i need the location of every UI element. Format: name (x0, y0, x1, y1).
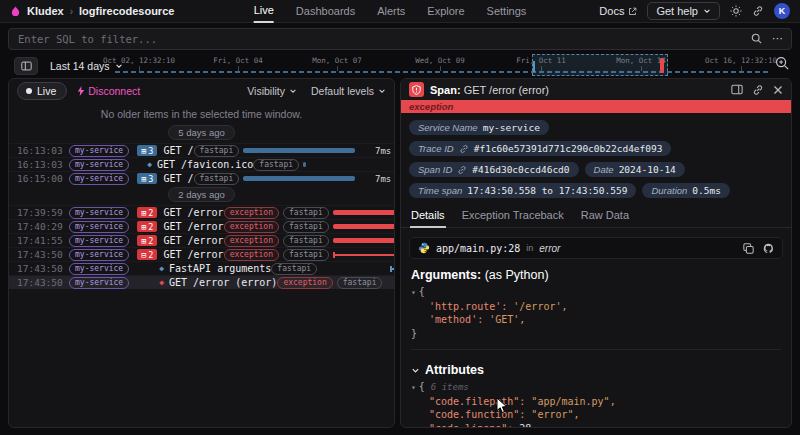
project-breadcrumb[interactable]: logfirecodesource (79, 5, 174, 17)
main-nav: Live Dashboards Alerts Explore Settings (254, 0, 527, 23)
dock-panel-icon[interactable] (731, 84, 743, 95)
exception-tag: exception (224, 235, 279, 247)
service-tag: my-service (69, 173, 129, 185)
tick-label: Mon, Oct 07 (312, 56, 362, 65)
timeline-track[interactable]: Oct 02, 12:32:10 Fri, Oct 04 Mon, Oct 07… (115, 53, 768, 78)
copy-link-icon[interactable] (752, 84, 764, 96)
duration-bar-track (333, 220, 395, 234)
items-count-note: 6 items (431, 382, 469, 392)
trace-row[interactable]: 17:43:50 my-service ⊟2 GET /error except… (9, 247, 394, 261)
fastapi-tag: fastapi (194, 173, 240, 185)
child-count: 2 (148, 222, 153, 232)
expand-icon: ⊞ (141, 174, 146, 184)
docs-link[interactable]: Docs (599, 5, 637, 17)
fold-caret-icon[interactable]: ▾ (411, 383, 416, 392)
sql-filter-input[interactable] (8, 28, 792, 50)
live-toggle-button[interactable]: Live (17, 82, 67, 100)
share-link-button[interactable] (752, 5, 764, 17)
more-options-button[interactable]: ⋯ (772, 32, 784, 45)
visibility-dropdown[interactable]: Visibility (247, 85, 297, 97)
tick-mark (440, 66, 441, 71)
visibility-label: Visibility (247, 85, 285, 97)
attr-key: "code.filepath": (429, 396, 525, 407)
attr-key: "code.function": (429, 409, 525, 420)
row-time: 17:43:50 (17, 263, 69, 274)
tick-mark (337, 66, 338, 71)
trace-row[interactable]: 16:13:03 my-service ◆ GET /favicon.ico f… (9, 157, 394, 171)
nav-explore[interactable]: Explore (427, 0, 464, 23)
trace-row[interactable]: 17:41:55 my-service ⊞2 GET /error except… (9, 233, 394, 247)
span-diamond-icon: ◆ (147, 160, 152, 169)
detail-title-prefix: Span: (430, 84, 461, 96)
arg-value: '/error', (513, 301, 567, 312)
selection-left-handle[interactable] (533, 61, 535, 72)
duration-bar-track (333, 206, 395, 220)
python-icon (418, 242, 430, 254)
timeline-selection[interactable] (532, 54, 668, 76)
close-icon[interactable] (773, 85, 783, 95)
row-time: 17:39:59 (17, 207, 69, 218)
service-tag: my-service (69, 277, 129, 289)
user-avatar[interactable]: K (774, 3, 790, 19)
row-time: 16:13:03 (17, 159, 69, 170)
link-icon[interactable] (457, 165, 467, 175)
row-time: 17:43:50 (17, 249, 69, 260)
trace-row[interactable]: 17:39:59 my-service ⊞2 GET /error except… (9, 205, 394, 219)
trace-row[interactable]: 16:15:00 my-service ⊞3 GET / fastapi 7ms (9, 171, 394, 185)
sun-icon (730, 5, 742, 17)
trace-row-selected[interactable]: 17:43:50 my-service ◆ GET /error (error)… (9, 275, 394, 289)
trace-row[interactable]: 17:43:50 my-service ◆ FastAPI arguments … (9, 261, 394, 275)
span-name: GET /error (163, 235, 223, 246)
theme-toggle-button[interactable] (730, 5, 742, 17)
meta-service-name: Service Namemy-service (409, 120, 549, 135)
nav-dashboards[interactable]: Dashboards (296, 0, 355, 23)
empty-window-message: No older items in the selected time wind… (9, 103, 394, 123)
attributes-section: Attributes ▾{6 items "code.filepath": "a… (411, 349, 781, 428)
nav-settings[interactable]: Settings (487, 0, 527, 23)
code-location-link[interactable]: app/main.py:28 (436, 243, 520, 254)
org-breadcrumb[interactable]: Kludex (27, 5, 64, 17)
duration-bar (243, 148, 355, 153)
arguments-heading: Arguments: (as Python) (411, 268, 781, 282)
expand-children-badge[interactable]: ⊞2 (137, 221, 157, 232)
trace-row[interactable]: 16:13:03 my-service ⊞3 GET / fastapi 7ms (9, 143, 394, 157)
service-tag: my-service (69, 235, 129, 247)
expand-children-badge[interactable]: ⊞2 (137, 207, 157, 218)
row-time: 16:13:03 (17, 145, 69, 156)
logfire-logo-icon[interactable] (10, 6, 21, 17)
levels-dropdown[interactable]: Default levels (311, 85, 386, 97)
trace-row[interactable]: 17:40:29 my-service ⊞2 GET /error except… (9, 219, 394, 233)
live-panel-header: Live Disconnect Visibility Default level… (9, 79, 394, 103)
expand-children-badge[interactable]: ⊞3 (137, 145, 157, 156)
sidebar-toggle-button[interactable] (14, 57, 38, 75)
tab-raw-data[interactable]: Raw Data (580, 205, 630, 227)
copy-icon[interactable] (743, 243, 754, 254)
tab-details[interactable]: Details (410, 205, 446, 228)
open-brace: { (419, 286, 425, 297)
nav-alerts[interactable]: Alerts (377, 0, 405, 23)
fold-caret-icon[interactable]: ▾ (411, 288, 416, 297)
get-help-button[interactable]: Get help (647, 2, 720, 20)
row-time: 17:41:55 (17, 235, 69, 246)
expand-children-badge[interactable]: ⊞2 (137, 235, 157, 246)
service-tag: my-service (69, 145, 129, 157)
timeline-zoom-button[interactable] (775, 56, 790, 71)
fastapi-tag: fastapi (283, 235, 329, 247)
child-count: 2 (148, 250, 153, 260)
collapse-children-badge[interactable]: ⊟2 (137, 249, 157, 260)
detail-body: Arguments: (as Python) ▾{ 'http.route': … (401, 268, 791, 428)
meta-trace-id: Trace ID#f1c60e57391d771c290c0b22cd4ef09… (409, 141, 671, 156)
github-icon[interactable] (763, 243, 774, 254)
span-name: GET /error (163, 249, 223, 260)
duration-bar-track (333, 248, 395, 262)
attributes-heading[interactable]: Attributes (411, 363, 781, 377)
disconnect-button[interactable]: Disconnect (77, 85, 140, 97)
span-name: GET / (163, 173, 193, 184)
zoom-in-icon (775, 56, 790, 71)
tab-exception-traceback[interactable]: Exception Traceback (461, 205, 565, 227)
link-icon[interactable] (459, 144, 469, 154)
expand-children-badge[interactable]: ⊞3 (137, 173, 157, 184)
nav-live[interactable]: Live (254, 0, 274, 23)
search-icon[interactable] (751, 33, 762, 44)
span-diamond-icon: ◆ (159, 278, 164, 287)
